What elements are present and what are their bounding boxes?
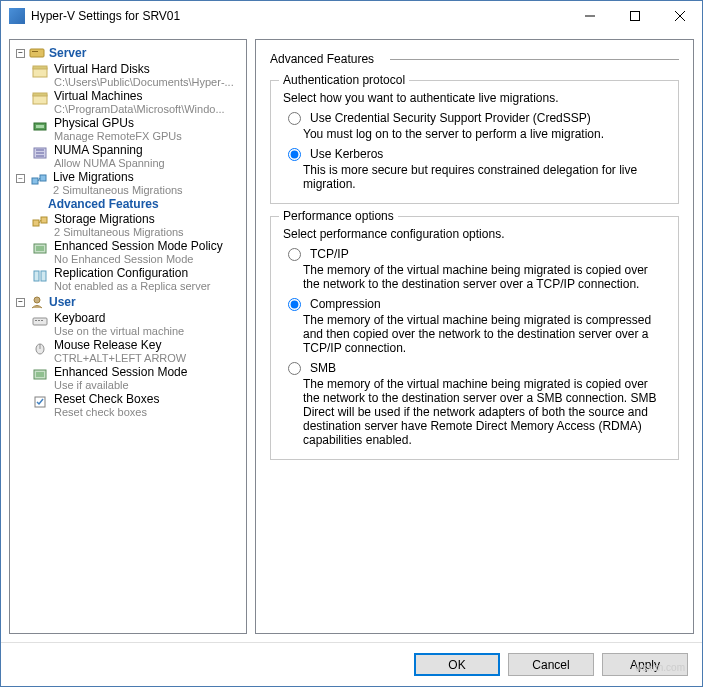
radio-label: SMB	[310, 361, 336, 375]
radio-tcpip[interactable]	[288, 248, 301, 261]
tree-item-live-migrations[interactable]: − Live Migrations 2 Simultaneous Migrati…	[12, 170, 244, 197]
window-controls	[567, 2, 702, 31]
collapse-icon[interactable]: −	[16, 298, 25, 307]
svg-rect-25	[33, 318, 47, 325]
svg-rect-28	[41, 320, 43, 321]
tree-item-label: Storage Migrations	[54, 212, 184, 226]
tree-item-enhanced-session[interactable]: Enhanced Session Mode Use if available	[12, 365, 244, 392]
cancel-button[interactable]: Cancel	[508, 653, 594, 676]
tree-item-sub: Reset check boxes	[54, 406, 159, 418]
svg-rect-9	[33, 93, 47, 96]
svg-rect-17	[40, 175, 46, 181]
tree-item-sub: CTRL+ALT+LEFT ARROW	[54, 352, 186, 364]
svg-rect-7	[33, 66, 47, 69]
radio-label: Compression	[310, 297, 381, 311]
svg-rect-19	[41, 217, 47, 223]
radio-sub: This is more secure but requires constra…	[283, 163, 666, 191]
group-performance: Performance options Select performance c…	[270, 216, 679, 460]
group-legend: Performance options	[279, 209, 398, 223]
tree-item-sub: 2 Simultaneous Migrations	[54, 226, 184, 238]
svg-rect-5	[32, 51, 38, 52]
radio-sub: The memory of the virtual machine being …	[283, 313, 666, 355]
details-panel: Advanced Features Authentication protoco…	[255, 39, 694, 634]
tree-item-virtual-hard-disks[interactable]: Virtual Hard Disks C:\Users\Public\Docum…	[12, 62, 244, 89]
live-migration-icon	[31, 172, 47, 188]
radio-tcpip-row: TCP/IP	[283, 247, 666, 261]
radio-sub: The memory of the virtual machine being …	[283, 377, 666, 447]
maximize-button[interactable]	[612, 2, 657, 31]
tree-item-sub: Use if available	[54, 379, 187, 391]
tree-item-label: Virtual Hard Disks	[54, 62, 234, 76]
ok-button[interactable]: OK	[414, 653, 500, 676]
svg-rect-16	[32, 178, 38, 184]
minimize-button[interactable]	[567, 2, 612, 31]
tree-item-enhanced-session-policy[interactable]: Enhanced Session Mode Policy No Enhanced…	[12, 239, 244, 266]
tree-item-reset-checkboxes[interactable]: Reset Check Boxes Reset check boxes	[12, 392, 244, 419]
session-policy-icon	[32, 241, 48, 257]
svg-rect-27	[38, 320, 40, 321]
window-title: Hyper-V Settings for SRV01	[31, 9, 567, 23]
svg-rect-11	[36, 125, 44, 128]
tree-item-numa-spanning[interactable]: NUMA Spanning Allow NUMA Spanning	[12, 143, 244, 170]
svg-rect-26	[35, 320, 37, 321]
content-area: − Server Virtual Hard Disks C:\Users\Pub…	[1, 31, 702, 642]
tree-item-sub: Allow NUMA Spanning	[54, 157, 165, 169]
maximize-icon	[630, 11, 640, 21]
radio-smb-row: SMB	[283, 361, 666, 375]
radio-label: Use Kerberos	[310, 147, 383, 161]
mouse-icon	[32, 340, 48, 356]
tree-item-label: Enhanced Session Mode Policy	[54, 239, 223, 253]
vhd-icon	[32, 64, 48, 80]
collapse-icon[interactable]: −	[16, 174, 25, 183]
tree-item-virtual-machines[interactable]: Virtual Machines C:\ProgramData\Microsof…	[12, 89, 244, 116]
svg-rect-22	[34, 271, 39, 281]
svg-rect-21	[36, 246, 44, 251]
enhanced-session-icon	[32, 367, 48, 383]
tree-section-label: Server	[49, 46, 86, 60]
tree-item-label: Mouse Release Key	[54, 338, 186, 352]
tree-section-user[interactable]: − User	[12, 293, 244, 311]
radio-compression-row: Compression	[283, 297, 666, 311]
vm-icon	[32, 91, 48, 107]
tree-section-server[interactable]: − Server	[12, 44, 244, 62]
svg-rect-1	[630, 12, 639, 21]
close-button[interactable]	[657, 2, 702, 31]
tree-item-label: Live Migrations	[53, 170, 183, 184]
details-title-row: Advanced Features	[270, 52, 679, 66]
svg-point-24	[34, 297, 40, 303]
replication-icon	[32, 268, 48, 284]
tree-item-sub: Use on the virtual machine	[54, 325, 184, 337]
apply-button[interactable]: Apply	[602, 653, 688, 676]
server-icon	[29, 47, 45, 59]
tree-item-keyboard[interactable]: Keyboard Use on the virtual machine	[12, 311, 244, 338]
radio-smb[interactable]	[288, 362, 301, 375]
minimize-icon	[585, 11, 595, 21]
close-icon	[675, 11, 685, 21]
tree-item-sub: 2 Simultaneous Migrations	[53, 184, 183, 196]
storage-migration-icon	[32, 214, 48, 230]
group-legend: Authentication protocol	[279, 73, 409, 87]
settings-tree[interactable]: − Server Virtual Hard Disks C:\Users\Pub…	[9, 39, 247, 634]
radio-kerberos[interactable]	[288, 148, 301, 161]
svg-rect-23	[41, 271, 46, 281]
group-desc: Select how you want to authenticate live…	[283, 91, 666, 105]
tree-item-advanced-features[interactable]: Advanced Features	[12, 197, 244, 212]
tree-item-label: Replication Configuration	[54, 266, 211, 280]
tree-item-physical-gpus[interactable]: Physical GPUs Manage RemoteFX GPUs	[12, 116, 244, 143]
radio-credssp[interactable]	[288, 112, 301, 125]
user-icon	[29, 296, 45, 308]
reset-icon	[32, 394, 48, 410]
tree-item-replication-config[interactable]: Replication Configuration Not enabled as…	[12, 266, 244, 293]
collapse-icon[interactable]: −	[16, 49, 25, 58]
tree-section-label: User	[49, 295, 76, 309]
tree-item-label: Virtual Machines	[54, 89, 225, 103]
tree-item-mouse-release[interactable]: Mouse Release Key CTRL+ALT+LEFT ARROW	[12, 338, 244, 365]
radio-compression[interactable]	[288, 298, 301, 311]
tree-item-storage-migrations[interactable]: Storage Migrations 2 Simultaneous Migrat…	[12, 212, 244, 239]
svg-rect-18	[33, 220, 39, 226]
tree-item-label: Keyboard	[54, 311, 184, 325]
radio-label: Use Credential Security Support Provider…	[310, 111, 591, 125]
settings-window: Hyper-V Settings for SRV01 − Server	[0, 0, 703, 687]
svg-rect-4	[30, 49, 44, 57]
tree-item-sub: No Enhanced Session Mode	[54, 253, 223, 265]
